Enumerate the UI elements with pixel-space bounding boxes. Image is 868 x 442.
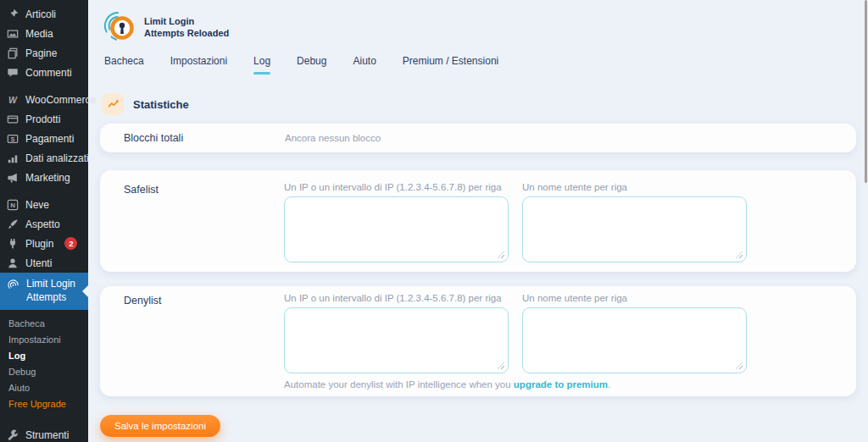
safelist-ip-label: Un IP o un intervallo di IP (1.2.3.4-5.6… — [284, 182, 509, 192]
upgrade-to-premium-link[interactable]: upgrade to premium — [514, 379, 608, 390]
brush-icon — [7, 218, 19, 230]
svg-text:W: W — [8, 94, 18, 104]
scrollbar-thumb[interactable] — [865, 0, 867, 183]
sidebar-item-woocommerce[interactable]: W WooCommerce — [0, 90, 88, 109]
safelist-username-label: Un nome utente per riga — [522, 182, 747, 192]
sidebar-item-pagamenti[interactable]: S Pagamenti — [0, 129, 88, 148]
bar-chart-icon — [7, 152, 19, 164]
fingerprint-icon — [7, 279, 19, 291]
sidebar-item-label: Limit Login Attempts — [26, 278, 75, 304]
denylist-username-field: Un nome utente per riga — [522, 293, 747, 373]
sidebar-item-pagine[interactable]: Pagine — [0, 43, 88, 63]
tab-aiuto[interactable]: Aiuto — [353, 55, 376, 75]
pin-icon — [7, 8, 19, 20]
denylist-username-textarea[interactable] — [522, 307, 747, 373]
woocommerce-icon: W — [7, 94, 19, 106]
submenu-item-free-upgrade[interactable]: Free Upgrade — [0, 396, 88, 412]
denylist-ip-field: Un IP o un intervallo di IP (1.2.3.4-5.6… — [284, 293, 509, 373]
tab-debug[interactable]: Debug — [297, 55, 326, 75]
section-title: Statistiche — [133, 98, 189, 111]
svg-text:S: S — [11, 135, 15, 142]
total-blocks-label: Blocchi totali — [124, 132, 285, 144]
pages-icon — [7, 47, 19, 59]
sidebar-item-label: Prodotti — [25, 113, 60, 125]
submenu-item-aiuto[interactable]: Aiuto — [0, 380, 88, 396]
sidebar-item-marketing[interactable]: Marketing — [0, 168, 88, 187]
total-blocks-row: Blocchi totali Ancora nessun blocco — [100, 124, 856, 152]
safelist-fields: Un IP o un intervallo di IP (1.2.3.4-5.6… — [284, 182, 747, 262]
tab-bacheca[interactable]: Bacheca — [104, 55, 144, 75]
sidebar-item-label: Pagamenti — [25, 133, 74, 145]
sidebar-item-articoli[interactable]: Articoli — [0, 4, 88, 24]
sidebar-item-commenti[interactable]: Commenti — [0, 63, 88, 82]
sidebar-item-label: Commenti — [25, 67, 72, 79]
sidebar-item-label: Pagine — [25, 47, 57, 59]
admin-sidebar: Articoli Media Pagine Commenti W WooComm… — [0, 0, 88, 442]
tab-premium-estensioni[interactable]: Premium / Estensioni — [403, 55, 498, 75]
denylist-fields: Un IP o un intervallo di IP (1.2.3.4-5.6… — [284, 293, 747, 373]
products-icon — [7, 113, 19, 125]
statistics-section-header: Statistiche — [100, 93, 856, 115]
megaphone-icon — [7, 172, 19, 184]
safelist-username-field: Un nome utente per riga — [522, 182, 747, 262]
svg-text:N: N — [10, 202, 15, 209]
plugin-tabs: Bacheca Impostazioni Log Debug Aiuto Pre… — [100, 55, 856, 75]
limit-login-attempts-logo-icon — [103, 10, 137, 44]
sidebar-item-plugin[interactable]: Plugin 2 — [0, 234, 88, 253]
sidebar-item-label: Strumenti — [25, 429, 69, 441]
sidebar-item-dati-analizzati[interactable]: Dati analizzati — [0, 148, 88, 168]
sidebar-item-label: Dati analizzati — [25, 152, 89, 164]
sidebar-item-label: Articoli — [25, 8, 56, 20]
comment-icon — [7, 67, 19, 79]
denylist-ip-textarea[interactable] — [284, 307, 509, 373]
submenu-item-debug[interactable]: Debug — [0, 364, 88, 380]
safelist-card: Safelist Un IP o un intervallo di IP (1.… — [100, 170, 856, 272]
main-content: Limit Login Attempts Reloaded Bacheca Im… — [88, 0, 868, 442]
user-icon — [7, 257, 19, 269]
sidebar-item-label: WooCommerce — [25, 94, 96, 106]
safelist-username-textarea[interactable] — [522, 196, 747, 262]
plugin-update-badge: 2 — [64, 237, 77, 250]
submenu-item-log[interactable]: Log — [0, 348, 88, 364]
submenu-item-impostazioni[interactable]: Impostazioni — [0, 332, 88, 348]
neve-icon: N — [7, 199, 19, 211]
media-icon — [7, 28, 19, 40]
submenu-item-bacheca[interactable]: Bacheca — [0, 316, 88, 332]
sidebar-separator — [0, 417, 88, 425]
sidebar-item-strumenti[interactable]: Strumenti — [0, 425, 88, 442]
sidebar-item-label: Media — [25, 28, 53, 40]
plugin-logo: Limit Login Attempts Reloaded — [100, 10, 856, 44]
denylist-title: Denylist — [100, 293, 284, 373]
sidebar-item-neve[interactable]: N Neve — [0, 195, 88, 214]
sidebar-item-utenti[interactable]: Utenti — [0, 253, 88, 273]
tab-impostazioni[interactable]: Impostazioni — [170, 55, 227, 75]
sidebar-item-prodotti[interactable]: Prodotti — [0, 109, 88, 129]
sidebar-item-label: Utenti — [25, 257, 52, 269]
denylist-card: Denylist Un IP o un intervallo di IP (1.… — [100, 286, 856, 396]
sidebar-item-label: Neve — [25, 199, 49, 211]
safelist-ip-textarea[interactable] — [284, 196, 509, 262]
total-blocks-value: Ancora nessun blocco — [285, 133, 381, 143]
denylist-premium-note: Automate your denylist with IP intellige… — [284, 379, 856, 390]
lla-submenu: Bacheca Impostazioni Log Debug Aiuto Fre… — [0, 310, 88, 417]
sidebar-item-limit-login-attempts[interactable]: Limit Login Attempts — [0, 273, 88, 310]
sidebar-separator — [0, 82, 88, 90]
sidebar-item-media[interactable]: Media — [0, 24, 88, 43]
plugin-logo-title: Limit Login Attempts Reloaded — [144, 15, 229, 40]
wrench-icon — [7, 429, 19, 441]
denylist-username-label: Un nome utente per riga — [522, 293, 747, 303]
denylist-ip-label: Un IP o un intervallo di IP (1.2.3.4-5.6… — [284, 293, 509, 303]
tab-log[interactable]: Log — [253, 55, 270, 75]
current-menu-arrow — [82, 285, 88, 297]
sidebar-item-label: Plugin — [25, 238, 53, 250]
save-settings-button[interactable]: Salva le impostazioni — [100, 415, 220, 437]
sidebar-item-label: Aspetto — [25, 218, 60, 230]
sidebar-item-label: Marketing — [25, 172, 70, 184]
plug-icon — [7, 238, 19, 250]
sidebar-separator — [0, 187, 88, 195]
sidebar-item-aspetto[interactable]: Aspetto — [0, 214, 88, 234]
safelist-ip-field: Un IP o un intervallo di IP (1.2.3.4-5.6… — [284, 182, 509, 262]
safelist-title: Safelist — [100, 182, 284, 262]
payments-icon: S — [7, 133, 19, 145]
statistics-chart-icon — [102, 93, 124, 115]
